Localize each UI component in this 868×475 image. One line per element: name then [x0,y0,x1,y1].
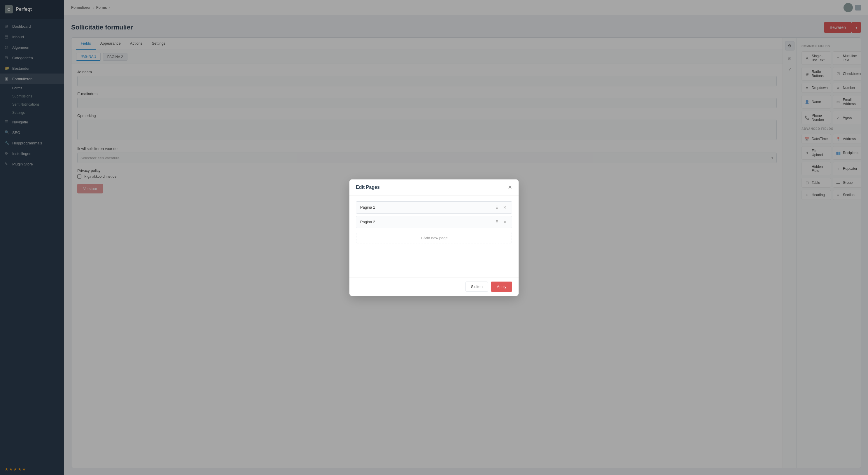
page-name-2: Pagina 2 [360,220,375,224]
page-drag-button-1[interactable]: ⠿ [494,205,500,210]
page-list-item-1: Pagina 1 ⠿ ✕ [356,201,512,214]
modal-header: Edit Pages ✕ [349,179,519,196]
modal-body: Pagina 1 ⠿ ✕ Pagina 2 ⠿ ✕ + Add new page [349,196,519,277]
page-list: Pagina 1 ⠿ ✕ Pagina 2 ⠿ ✕ + Add new page [356,201,512,244]
page-item-actions-2: ⠿ ✕ [494,219,508,225]
modal-close-button[interactable]: ✕ [508,185,512,190]
add-page-button[interactable]: + Add new page [356,232,512,244]
edit-pages-modal: Edit Pages ✕ Pagina 1 ⠿ ✕ Pagina 2 ⠿ ✕ [349,179,519,296]
page-delete-button-2[interactable]: ✕ [502,219,508,225]
page-drag-button-2[interactable]: ⠿ [494,219,500,225]
modal-overlay[interactable]: Edit Pages ✕ Pagina 1 ⠿ ✕ Pagina 2 ⠿ ✕ [0,0,868,475]
page-item-actions-1: ⠿ ✕ [494,205,508,210]
page-delete-button-1[interactable]: ✕ [502,205,508,210]
apply-button[interactable]: Apply [491,281,512,292]
page-list-item-2: Pagina 2 ⠿ ✕ [356,216,512,228]
page-name-1: Pagina 1 [360,205,375,209]
modal-footer: Sluiten Apply [349,277,519,296]
modal-title: Edit Pages [356,185,380,190]
cancel-button[interactable]: Sluiten [465,281,488,292]
